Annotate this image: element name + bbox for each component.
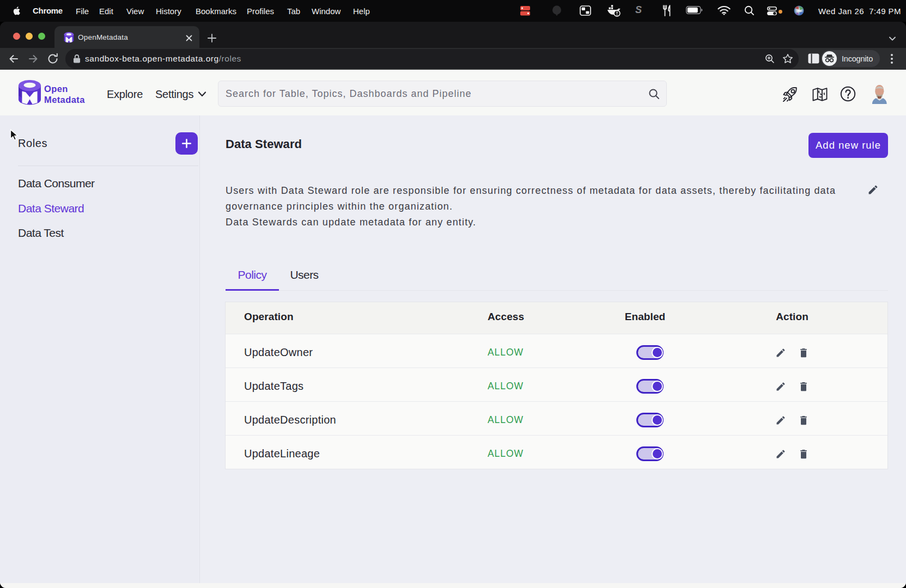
url-text[interactable]: sandbox-beta.open-metadata.org/roles — [85, 54, 241, 64]
table-header-row: Operation Access Enabled Action — [226, 302, 887, 334]
menubar-item-bookmarks[interactable]: Bookmarks — [196, 7, 236, 16]
back-button[interactable] — [8, 53, 20, 65]
menubar-item-help[interactable]: Help — [353, 7, 370, 16]
incognito-avatar[interactable] — [822, 51, 837, 66]
whats-new-rocket-icon[interactable] — [782, 86, 798, 102]
app-header: Open Metadata Explore Settings Search fo… — [0, 70, 906, 115]
openmetadata-logo[interactable] — [18, 80, 41, 107]
balloon-status-icon[interactable] — [551, 5, 563, 16]
zoom-icon[interactable] — [765, 54, 775, 64]
logo-wordmark[interactable]: Open Metadata — [44, 84, 85, 105]
menubar-item-window[interactable]: Window — [312, 7, 340, 16]
nav-settings[interactable]: Settings — [155, 88, 193, 101]
window-manager-status-icon[interactable] — [580, 5, 591, 16]
menubar-item-history[interactable]: History — [156, 7, 181, 16]
cell-operation: UpdateTags — [226, 380, 469, 393]
tab-search-chevron-icon[interactable] — [887, 34, 897, 44]
tour-map-icon[interactable] — [812, 88, 828, 101]
new-tab-button[interactable] — [207, 33, 217, 43]
spotlight-search-status-icon[interactable] — [744, 5, 755, 16]
screen-recording-status-icon[interactable] — [520, 6, 531, 16]
edit-rule-icon[interactable] — [775, 381, 786, 392]
address-bar[interactable]: sandbox-beta.open-metadata.org/roles — [65, 49, 799, 69]
padlock-icon[interactable] — [72, 54, 81, 64]
window-close-button[interactable] — [13, 33, 20, 40]
logo-line-metadata: Metadata — [44, 95, 85, 106]
tab-close-icon[interactable] — [184, 33, 194, 43]
help-icon[interactable] — [840, 86, 856, 102]
openmetadata-page: Open Metadata Explore Settings Search fo… — [0, 70, 906, 588]
menubar-clock[interactable]: Wed Jan 26 7:49 PM — [818, 7, 901, 16]
side-panel-icon[interactable] — [808, 53, 819, 64]
delete-rule-icon[interactable] — [798, 347, 809, 359]
toggle-knob — [653, 449, 662, 458]
enabled-toggle[interactable] — [636, 446, 664, 461]
delete-rule-icon[interactable] — [798, 448, 809, 460]
edit-rule-icon[interactable] — [775, 449, 786, 460]
enabled-toggle[interactable] — [636, 345, 664, 360]
window-zoom-button[interactable] — [38, 33, 45, 40]
window-minimize-button[interactable] — [26, 33, 33, 40]
user-toggles-status-icon[interactable] — [767, 7, 783, 15]
delete-rule-icon[interactable] — [798, 414, 809, 426]
toggle-knob — [653, 415, 662, 425]
cell-action — [697, 414, 887, 426]
edit-rule-icon[interactable] — [775, 347, 786, 358]
global-search[interactable]: Search for Table, Topics, Dashboards and… — [218, 81, 667, 107]
sidebar-item-data-consumer[interactable]: Data Consumer — [18, 177, 95, 190]
forward-button[interactable] — [27, 53, 39, 65]
edit-rule-icon[interactable] — [775, 415, 786, 426]
add-role-button[interactable] — [175, 132, 198, 155]
menubar-item-tab[interactable]: Tab — [287, 7, 300, 16]
utilities-status-icon[interactable] — [662, 5, 673, 16]
browser-menu-icon[interactable] — [890, 53, 894, 65]
cell-enabled — [593, 379, 697, 394]
enabled-toggle[interactable] — [636, 413, 664, 427]
s-app-status-icon[interactable]: S — [635, 4, 642, 16]
docker-status-icon[interactable] — [606, 5, 621, 17]
role-description: Users with Data Steward role are respons… — [226, 183, 836, 230]
cell-operation: UpdateDescription — [226, 414, 469, 426]
toggle-knob — [653, 382, 662, 391]
col-header-access: Access — [469, 311, 593, 323]
col-header-action: Action — [697, 311, 887, 323]
wifi-status-icon[interactable] — [717, 6, 731, 15]
sidebar-item-data-test[interactable]: Data Test — [18, 226, 64, 240]
sidebar-item-data-steward[interactable]: Data Steward — [18, 202, 84, 215]
plus-icon — [181, 138, 192, 149]
menubar-item-file[interactable]: File — [76, 7, 89, 16]
siri-orb-status-icon[interactable] — [794, 5, 804, 16]
edit-description-icon[interactable] — [867, 184, 879, 195]
nav-explore[interactable]: Explore — [107, 88, 143, 101]
browser-tab[interactable]: OpenMetadata — [54, 26, 199, 48]
page-title: Data Steward — [226, 137, 302, 151]
bookmark-star-icon[interactable] — [782, 53, 793, 64]
apple-logo-icon[interactable] — [13, 7, 20, 15]
delete-rule-icon[interactable] — [798, 381, 809, 393]
url-path: /roles — [219, 54, 241, 63]
reload-button[interactable] — [47, 53, 59, 65]
policy-rules-table: Operation Access Enabled Action UpdateOw… — [225, 302, 888, 469]
cell-action — [697, 448, 887, 460]
battery-status-icon[interactable] — [686, 6, 703, 15]
menubar-app-name[interactable]: Chrome — [33, 6, 63, 15]
col-header-enabled: Enabled — [593, 311, 697, 323]
sidebar-title: Roles — [18, 137, 47, 150]
user-avatar[interactable] — [872, 85, 887, 104]
tab-users[interactable]: Users — [290, 268, 318, 281]
cell-action — [697, 381, 887, 393]
browser-window: OpenMetadata sandbox-beta.open — [0, 22, 906, 588]
tab-policy[interactable]: Policy — [226, 268, 279, 281]
url-host: sandbox-beta.open-metadata.org — [85, 54, 219, 63]
add-new-rule-button[interactable]: Add new rule — [808, 133, 888, 158]
enabled-toggle[interactable] — [636, 379, 664, 394]
menubar-item-edit[interactable]: Edit — [99, 7, 113, 16]
search-icon[interactable] — [648, 88, 660, 100]
menubar-item-profiles[interactable]: Profiles — [247, 7, 274, 16]
menubar-item-view[interactable]: View — [126, 7, 144, 16]
search-placeholder: Search for Table, Topics, Dashboards and… — [226, 88, 472, 100]
cell-access: ALLOW — [469, 347, 593, 358]
incognito-spy-icon — [824, 54, 835, 63]
detail-tabs: Policy Users — [226, 268, 319, 281]
tab-title: OpenMetadata — [78, 33, 128, 41]
